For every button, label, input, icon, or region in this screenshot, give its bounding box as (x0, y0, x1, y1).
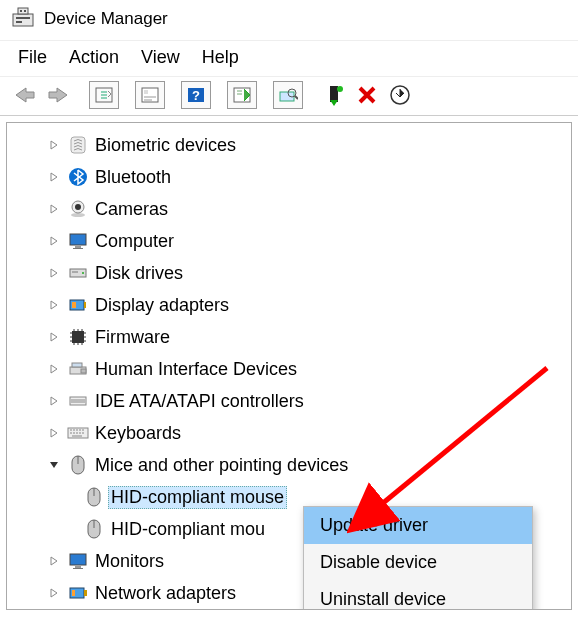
disk-icon (67, 262, 89, 284)
svg-rect-1 (18, 8, 28, 14)
chevron-right-icon[interactable] (45, 424, 63, 442)
svg-rect-23 (75, 246, 81, 248)
monitor-icon (67, 550, 89, 572)
svg-rect-33 (72, 363, 82, 367)
mouse-icon (83, 518, 105, 540)
svg-rect-22 (70, 234, 86, 245)
svg-point-15 (337, 86, 343, 92)
svg-rect-48 (84, 590, 87, 596)
svg-rect-3 (24, 10, 26, 12)
bluetooth-icon (67, 166, 89, 188)
tree-label: Human Interface Devices (95, 359, 297, 380)
show-hide-icon[interactable] (89, 81, 119, 109)
chevron-right-icon[interactable] (45, 168, 63, 186)
forward-icon[interactable] (43, 81, 73, 109)
device-manager-icon (12, 6, 34, 32)
svg-rect-30 (84, 302, 86, 308)
tree-label: Monitors (95, 551, 164, 572)
tree-node-biometric[interactable]: Biometric devices (17, 129, 561, 161)
svg-rect-14 (330, 86, 338, 102)
chevron-right-icon[interactable] (45, 136, 63, 154)
context-menu: Update driver Disable device Uninstall d… (303, 506, 533, 610)
chevron-right-icon[interactable] (45, 232, 63, 250)
menubar: File Action View Help (0, 41, 578, 76)
window-title: Device Manager (44, 9, 168, 29)
tree-node-firmware[interactable]: Firmware (17, 321, 561, 353)
svg-point-21 (75, 204, 81, 210)
tree-node-ide[interactable]: IDE ATA/ATAPI controllers (17, 385, 561, 417)
svg-point-19 (71, 213, 85, 217)
chevron-down-icon[interactable] (45, 456, 63, 474)
tree-label: Network adapters (95, 583, 236, 604)
context-disable-device[interactable]: Disable device (304, 544, 532, 581)
tree-node-bluetooth[interactable]: Bluetooth (17, 161, 561, 193)
svg-rect-44 (75, 566, 81, 568)
chip-icon (67, 326, 89, 348)
menu-file[interactable]: File (18, 47, 47, 68)
tree-label: IDE ATA/ATAPI controllers (95, 391, 304, 412)
network-icon (67, 582, 89, 604)
menu-help[interactable]: Help (202, 47, 239, 68)
back-icon[interactable] (10, 81, 40, 109)
svg-rect-4 (16, 17, 30, 19)
device-tree-panel: Biometric devices Bluetooth Cameras (6, 122, 572, 610)
menu-action[interactable]: Action (69, 47, 119, 68)
properties-icon[interactable] (135, 81, 165, 109)
ide-icon (67, 390, 89, 412)
svg-rect-8 (144, 90, 148, 94)
chevron-right-icon[interactable] (45, 552, 63, 570)
svg-rect-29 (72, 302, 76, 308)
fingerprint-icon (67, 134, 89, 156)
tree-node-cameras[interactable]: Cameras (17, 193, 561, 225)
chevron-right-icon[interactable] (45, 360, 63, 378)
tree-node-display[interactable]: Display adapters (17, 289, 561, 321)
hid-icon (67, 358, 89, 380)
display-adapter-icon (67, 294, 89, 316)
camera-icon (67, 198, 89, 220)
mouse-icon (67, 454, 89, 476)
menu-view[interactable]: View (141, 47, 180, 68)
keyboard-icon (67, 422, 89, 444)
add-hardware-icon[interactable] (319, 81, 349, 109)
svg-rect-31 (72, 331, 84, 343)
svg-rect-47 (72, 590, 75, 596)
chevron-right-icon[interactable] (45, 584, 63, 602)
svg-rect-43 (70, 554, 86, 565)
help-icon[interactable]: ? (181, 81, 211, 109)
tree-label: Disk drives (95, 263, 183, 284)
mouse-icon (83, 486, 105, 508)
svg-point-26 (82, 272, 84, 274)
svg-rect-0 (13, 14, 33, 26)
tree-label: Mice and other pointing devices (95, 455, 348, 476)
chevron-right-icon[interactable] (45, 296, 63, 314)
chevron-right-icon[interactable] (45, 328, 63, 346)
svg-rect-2 (20, 10, 22, 12)
tree-node-hid[interactable]: Human Interface Devices (17, 353, 561, 385)
monitor-icon (67, 230, 89, 252)
chevron-right-icon[interactable] (45, 264, 63, 282)
tree-label: Display adapters (95, 295, 229, 316)
tree-label: Computer (95, 231, 174, 252)
tree-label: Biometric devices (95, 135, 236, 156)
tree-node-disk[interactable]: Disk drives (17, 257, 561, 289)
tree-label: Keyboards (95, 423, 181, 444)
context-uninstall-device[interactable]: Uninstall device (304, 581, 532, 610)
tree-node-mice[interactable]: Mice and other pointing devices (17, 449, 561, 481)
tree-label: Cameras (95, 199, 168, 220)
svg-rect-27 (72, 271, 78, 273)
chevron-right-icon[interactable] (45, 200, 63, 218)
chevron-right-icon[interactable] (45, 392, 63, 410)
svg-rect-45 (73, 568, 83, 569)
update-icon[interactable] (385, 81, 415, 109)
context-update-driver[interactable]: Update driver (304, 507, 532, 544)
remove-icon[interactable] (352, 81, 382, 109)
tree-label: Bluetooth (95, 167, 171, 188)
tree-label: HID-compliant mouse (108, 486, 287, 509)
toolbar: ? (0, 76, 578, 116)
svg-rect-5 (16, 21, 22, 23)
tree-label: Firmware (95, 327, 170, 348)
scan-hardware-icon[interactable] (273, 81, 303, 109)
tree-node-keyboards[interactable]: Keyboards (17, 417, 561, 449)
tree-node-computer[interactable]: Computer (17, 225, 561, 257)
scan-icon[interactable] (227, 81, 257, 109)
